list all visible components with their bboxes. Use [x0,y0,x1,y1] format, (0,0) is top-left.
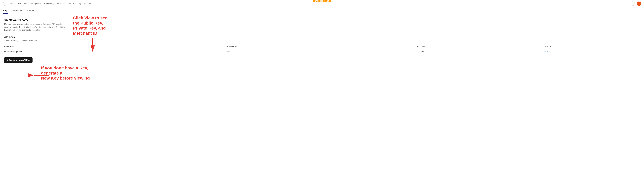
back-icon: ← [4,2,6,5]
generate-new-api-key-button[interactable]: + Generate New API Key [4,57,32,63]
nav-api[interactable]: API [18,2,21,5]
cell-public-key: v539y2wbvqzprm8y [4,49,227,54]
tab-keys[interactable]: Keys [3,9,8,14]
cell-action: Delete [544,49,640,54]
main-content: Sandbox API Keys Manage the ways you aut… [0,14,644,186]
view-link[interactable]: View [227,50,231,53]
user-avatar[interactable]: T [637,1,641,6]
api-keys-desc: Server use only, should not be shared. [4,39,640,42]
section-desc: Manage the ways you authorize requests t… [4,23,68,31]
cell-last-used: 12/23/2020 [417,49,544,54]
sub-nav: Keys Webhooks Security [0,7,644,14]
top-nav: ← Team API Fraud Management Processing B… [0,0,644,7]
col-header-private-key: Private Key [227,44,418,49]
nav-purge[interactable]: Purge Test Data [77,2,91,5]
tab-webhooks[interactable]: Webhooks [12,9,22,14]
nav-business[interactable]: Business [57,2,65,5]
help-button[interactable]: ? [631,1,635,6]
tab-security[interactable]: Security [26,9,34,14]
nav-right: ? T [631,1,641,6]
delete-link[interactable]: Delete [544,50,550,53]
nav-fraud[interactable]: Fraud Management [24,2,41,5]
annotation-gen-text: If you don't have a Key, generate aNew K… [41,65,105,81]
col-header-last-used: Last Used On [417,44,544,49]
nav-processing[interactable]: Processing [44,2,54,5]
api-keys-title: API Keys [4,36,640,38]
back-button[interactable]: ← [3,1,7,6]
section-title: Sandbox API Keys [4,18,640,21]
nav-items: Team API Fraud Management Processing Bus… [10,2,631,5]
annotation-gen-callout: If you don't have a Key, generate aNew K… [41,65,105,81]
keys-table: Public Key Private Key Last Used On Acti… [4,44,640,54]
col-header-public-key: Public Key [4,44,227,49]
annotation-generate-arrow [32,73,50,78]
table-row: v539y2wbvqzprm8y View 12/23/2020 Delete [4,49,640,54]
nav-oauth[interactable]: OAuth [68,2,74,5]
sandbox-badge: SANDBOX MODE [313,0,331,2]
nav-team[interactable]: Team [10,2,14,5]
col-header-actions: Actions [544,44,640,49]
cell-private-key: View [227,49,418,54]
